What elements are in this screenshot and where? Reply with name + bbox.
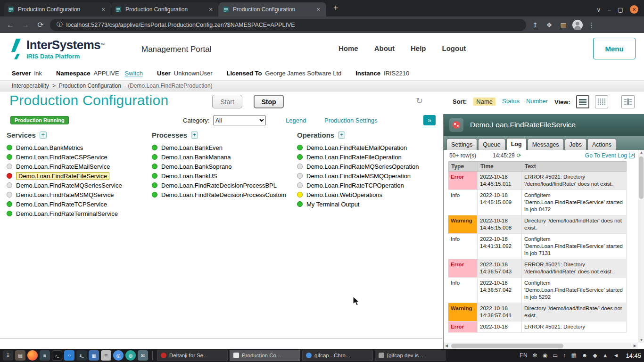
process-item[interactable]: Demo.Loan.BankSoprano — [152, 162, 293, 171]
process-item[interactable]: Demo.Loan.BankEven — [152, 143, 293, 152]
tray-icon[interactable]: ▲ — [603, 352, 608, 359]
taskbar-launcher-icon[interactable]: ‹› — [64, 350, 74, 361]
operation-item[interactable]: Demo.Loan.FindRateMQSeriesOperation — [297, 162, 438, 171]
taskbar-window-button[interactable]: Production Co... — [230, 350, 300, 361]
taskbar-launcher-icon[interactable]: >_ — [52, 350, 62, 361]
taskbar-window-button[interactable]: Deltanji for Se... — [157, 350, 228, 361]
log-row[interactable]: Warning 2022-10-18 14:45:15.008 Director… — [448, 215, 627, 234]
component-label[interactable]: Demo.Loan.BankEven — [161, 144, 223, 151]
view-split-button[interactable] — [621, 95, 635, 108]
tab-close-icon[interactable]: × — [314, 6, 322, 13]
share-icon[interactable]: ↥ — [530, 21, 540, 29]
panel-vertical-scrollbar[interactable]: ▲ ▼ — [638, 150, 644, 343]
window-maximize-button[interactable]: ▢ — [618, 6, 623, 13]
service-item[interactable]: Demo.Loan.FindRateMQSeriesService — [7, 181, 148, 190]
component-label[interactable]: Demo.Loan.FindRateMQSeriesService — [16, 182, 122, 189]
add-process-button[interactable]: + — [191, 132, 198, 139]
sort-option[interactable]: Name — [473, 98, 495, 106]
component-label[interactable]: Demo.Loan.FindRateMQSeriesOperation — [306, 163, 419, 170]
portal-nav-link[interactable]: About — [374, 44, 395, 52]
component-label[interactable]: Demo.Loan.FindRateTCPOperation — [306, 182, 404, 189]
view-list-button[interactable] — [576, 95, 589, 108]
window-minimize-button[interactable]: – — [607, 6, 611, 13]
component-label[interactable]: Demo.Loan.FindRateDecisionProcessBPL — [161, 182, 277, 189]
component-label[interactable]: Demo.Loan.BankMetrics — [16, 144, 83, 151]
service-item[interactable]: Demo.Loan.FindRateFileService — [7, 171, 148, 181]
taskbar-launcher-icon[interactable]: ⠿ — [3, 350, 13, 361]
component-label[interactable]: Demo.Loan.FindRateFileOperation — [306, 154, 402, 161]
tray-icon[interactable]: ☻ — [582, 352, 588, 359]
browser-menu-icon[interactable]: ⋮ — [586, 21, 597, 29]
service-item[interactable]: Demo.Loan.FindRateEMailService — [7, 162, 148, 171]
keyboard-layout-indicator[interactable]: EN — [520, 352, 528, 359]
component-label[interactable]: Demo.Loan.BankSoprano — [161, 163, 232, 170]
panel-tab[interactable]: Jobs — [565, 139, 586, 150]
component-label[interactable]: Demo.Loan.FindRateMSMQService — [16, 191, 114, 198]
portal-nav-link[interactable]: Help — [411, 44, 426, 52]
taskbar-launcher-icon[interactable]: ≣ — [101, 350, 111, 361]
site-info-icon[interactable]: ⓘ — [57, 21, 63, 29]
service-item[interactable]: Demo.Loan.BankMetrics — [7, 143, 148, 152]
process-item[interactable]: Demo.Loan.BankUS — [152, 171, 293, 181]
component-label[interactable]: Demo.Loan.FindRateTCPService — [16, 201, 107, 208]
taskbar-launcher-icon[interactable]: ✉ — [138, 350, 148, 361]
browser-tab[interactable]: Production Configuration × — [4, 2, 111, 16]
menu-button[interactable]: Menu — [593, 38, 636, 59]
log-row[interactable]: Info 2022-10-18 14:36:57.042 ConfigItem … — [448, 278, 627, 303]
browser-tab[interactable]: Production Configuration × — [219, 2, 326, 16]
component-label[interactable]: Demo.Loan.BankUS — [161, 173, 217, 180]
go-to-event-log-link[interactable]: Go To Event Log ↗ — [585, 152, 635, 159]
side-panel-icon[interactable]: ▥ — [558, 21, 569, 29]
breadcrumb-interoperability[interactable]: Interoperability — [12, 82, 49, 89]
browser-tab[interactable]: Production Configuration × — [111, 2, 219, 16]
log-row[interactable]: Warning 2022-10-18 14:36:57.041 Director… — [448, 303, 627, 321]
scroll-down-icon[interactable]: ▼ — [638, 338, 644, 342]
panel-tab[interactable]: Queue — [478, 139, 505, 150]
component-label[interactable]: Demo.Loan.WebOperations — [306, 191, 382, 198]
panel-tab[interactable]: Actions — [587, 139, 616, 150]
view-grid-button[interactable] — [595, 95, 608, 108]
operation-item[interactable]: Demo.Loan.FindRateTCPOperation — [297, 181, 438, 190]
start-button[interactable]: Start — [212, 95, 242, 108]
service-item[interactable]: Demo.Loan.FindRateTCPService — [7, 199, 148, 209]
taskbar-launcher-icon[interactable]: $_ — [76, 350, 87, 361]
operation-item[interactable]: Demo.Loan.FindRateEMailOperation — [297, 143, 438, 152]
new-tab-button[interactable]: + — [329, 2, 342, 15]
taskbar-launcher-icon[interactable]: ▦ — [89, 350, 99, 361]
component-label[interactable]: Demo.Loan.FindRateFileService — [16, 172, 109, 180]
log-row[interactable]: Info 2022-10-18 14:45:15.009 ConfigItem … — [448, 190, 627, 215]
log-row[interactable]: Error 2022-10-18 ERROR #5021: Directory — [448, 321, 627, 333]
forward-icon[interactable]: → — [20, 21, 31, 29]
legend-link[interactable]: Legend — [286, 117, 306, 124]
window-close-button[interactable]: ✕ — [630, 5, 638, 14]
component-label[interactable]: Demo.Loan.FindRateTerminalService — [16, 210, 118, 217]
operation-item[interactable]: Demo.Loan.FindRateFileOperation — [297, 152, 438, 162]
address-bar[interactable]: ⓘ localhost:52773/csp/applive/EnsPortal.… — [50, 19, 526, 31]
panel-tab[interactable]: Log — [506, 138, 527, 150]
reload-icon[interactable]: ⟳ — [35, 20, 46, 29]
log-row[interactable]: Error 2022-10-18 14:36:57.043 ERROR #502… — [448, 259, 627, 278]
process-item[interactable]: Demo.Loan.FindRateDecisionProcessBPL — [152, 181, 293, 190]
process-item[interactable]: Demo.Loan.BankManana — [152, 152, 293, 162]
panel-tab[interactable]: Messages — [528, 139, 564, 150]
component-label[interactable]: Demo.Loan.FindRateEMailOperation — [306, 144, 407, 151]
process-item[interactable]: Demo.Loan.FindRateDecisionProcessCustom — [152, 190, 293, 199]
component-label[interactable]: Demo.Loan.FindRateCSPService — [16, 154, 107, 161]
tab-search-icon[interactable]: ∨ — [596, 6, 601, 13]
tab-close-icon[interactable]: × — [207, 6, 215, 13]
tray-icon[interactable]: ▭ — [553, 352, 558, 359]
extensions-icon[interactable]: ❖ — [544, 21, 554, 29]
scroll-up-icon[interactable]: ▲ — [638, 150, 644, 155]
service-item[interactable]: Demo.Loan.FindRateMSMQService — [7, 190, 148, 199]
vertical-scroll-thumb[interactable] — [639, 156, 644, 199]
switch-namespace-link[interactable]: Switch — [125, 70, 143, 77]
taskbar-launcher-icon[interactable] — [27, 350, 38, 361]
component-label[interactable]: Demo.Loan.BankManana — [161, 154, 231, 161]
panel-horizontal-scrollbar[interactable]: ◀ ▶ — [444, 343, 638, 349]
component-label[interactable]: Demo.Loan.FindRateEMailService — [16, 163, 110, 170]
component-label[interactable]: Demo.Loan.FindRateMSMQOperation — [306, 173, 411, 180]
operation-item[interactable]: Demo.Loan.WebOperations — [297, 190, 438, 199]
refresh-icon[interactable]: ⟳ — [517, 152, 521, 159]
service-item[interactable]: Demo.Loan.FindRateTerminalService — [7, 209, 148, 218]
panel-tab[interactable]: Settings — [446, 139, 477, 150]
